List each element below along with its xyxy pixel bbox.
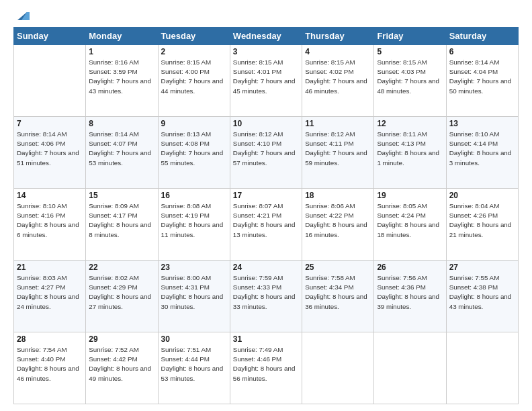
day-number: 12 [377,119,443,128]
day-number: 7 [17,119,83,128]
calendar-cell [14,45,86,117]
calendar-table: SundayMondayTuesdayWednesdayThursdayFrid… [13,27,519,404]
day-number: 23 [161,263,227,272]
logo [13,11,30,21]
calendar-cell: 20Sunrise: 8:04 AMSunset: 4:26 PMDayligh… [446,189,518,261]
logo-icon [15,9,30,21]
weekday-header-saturday: Saturday [446,28,518,45]
day-number: 20 [449,191,515,200]
day-number: 15 [89,191,154,200]
day-detail: Sunrise: 8:09 AMSunset: 4:17 PMDaylight:… [89,201,154,240]
calendar-cell: 14Sunrise: 8:10 AMSunset: 4:16 PMDayligh… [14,189,86,261]
day-detail: Sunrise: 7:49 AMSunset: 4:46 PMDaylight:… [233,345,299,383]
day-detail: Sunrise: 8:15 AMSunset: 4:00 PMDaylight:… [161,58,227,96]
day-number: 14 [17,191,83,200]
day-detail: Sunrise: 7:56 AMSunset: 4:36 PMDaylight:… [377,273,443,312]
day-number: 28 [17,334,83,344]
day-number: 4 [305,47,371,56]
week-row-3: 21Sunrise: 8:03 AMSunset: 4:27 PMDayligh… [14,261,519,332]
day-detail: Sunrise: 8:04 AMSunset: 4:26 PMDaylight:… [449,201,515,240]
header [13,11,519,21]
day-number: 25 [305,263,371,272]
day-number: 18 [305,191,371,200]
day-number: 6 [449,47,515,56]
day-detail: Sunrise: 8:12 AMSunset: 4:10 PMDaylight:… [233,130,299,168]
day-number: 3 [233,47,299,56]
day-number: 8 [89,119,154,128]
day-detail: Sunrise: 8:00 AMSunset: 4:31 PMDaylight:… [161,273,227,312]
day-detail: Sunrise: 8:15 AMSunset: 4:02 PMDaylight:… [305,58,371,96]
day-detail: Sunrise: 8:12 AMSunset: 4:11 PMDaylight:… [305,130,371,168]
calendar-cell: 28Sunrise: 7:54 AMSunset: 4:40 PMDayligh… [14,332,86,404]
calendar-cell: 8Sunrise: 8:14 AMSunset: 4:07 PMDaylight… [86,117,158,189]
calendar-cell [302,332,374,404]
week-row-0: 1Sunrise: 8:16 AMSunset: 3:59 PMDaylight… [14,45,519,117]
day-number: 26 [377,263,443,272]
day-detail: Sunrise: 8:16 AMSunset: 3:59 PMDaylight:… [89,58,154,96]
calendar-cell: 13Sunrise: 8:10 AMSunset: 4:14 PMDayligh… [446,117,518,189]
calendar-cell: 5Sunrise: 8:15 AMSunset: 4:03 PMDaylight… [374,45,446,117]
day-number: 1 [89,47,154,56]
calendar-cell: 26Sunrise: 7:56 AMSunset: 4:36 PMDayligh… [374,261,446,332]
day-detail: Sunrise: 8:02 AMSunset: 4:29 PMDaylight:… [89,273,154,312]
day-detail: Sunrise: 8:06 AMSunset: 4:22 PMDaylight:… [305,201,371,240]
calendar-cell: 27Sunrise: 7:55 AMSunset: 4:38 PMDayligh… [446,261,518,332]
weekday-header-row: SundayMondayTuesdayWednesdayThursdayFrid… [14,28,519,45]
day-detail: Sunrise: 8:10 AMSunset: 4:14 PMDaylight:… [449,130,515,168]
day-detail: Sunrise: 8:11 AMSunset: 4:13 PMDaylight:… [377,130,443,168]
day-detail: Sunrise: 7:59 AMSunset: 4:33 PMDaylight:… [233,273,299,312]
week-row-2: 14Sunrise: 8:10 AMSunset: 4:16 PMDayligh… [14,189,519,261]
weekday-header-thursday: Thursday [302,28,374,45]
day-number: 16 [161,191,227,200]
calendar-cell: 24Sunrise: 7:59 AMSunset: 4:33 PMDayligh… [230,261,302,332]
weekday-header-tuesday: Tuesday [158,28,230,45]
day-number: 2 [161,47,227,56]
day-detail: Sunrise: 8:15 AMSunset: 4:03 PMDaylight:… [377,58,443,96]
calendar-cell: 16Sunrise: 8:08 AMSunset: 4:19 PMDayligh… [158,189,230,261]
day-number: 21 [17,263,83,272]
calendar-cell: 19Sunrise: 8:05 AMSunset: 4:24 PMDayligh… [374,189,446,261]
day-number: 31 [233,334,299,344]
calendar-cell: 29Sunrise: 7:52 AMSunset: 4:42 PMDayligh… [86,332,158,404]
day-detail: Sunrise: 8:08 AMSunset: 4:19 PMDaylight:… [161,201,227,240]
day-detail: Sunrise: 7:55 AMSunset: 4:38 PMDaylight:… [449,273,515,312]
day-number: 5 [377,47,443,56]
calendar-cell: 2Sunrise: 8:15 AMSunset: 4:00 PMDaylight… [158,45,230,117]
calendar-cell: 31Sunrise: 7:49 AMSunset: 4:46 PMDayligh… [230,332,302,404]
day-detail: Sunrise: 8:07 AMSunset: 4:21 PMDaylight:… [233,201,299,240]
calendar-cell: 30Sunrise: 7:51 AMSunset: 4:44 PMDayligh… [158,332,230,404]
day-number: 22 [89,263,154,272]
week-row-1: 7Sunrise: 8:14 AMSunset: 4:06 PMDaylight… [14,117,519,189]
day-number: 17 [233,191,299,200]
day-number: 24 [233,263,299,272]
day-detail: Sunrise: 8:13 AMSunset: 4:08 PMDaylight:… [161,130,227,168]
calendar-cell: 3Sunrise: 8:15 AMSunset: 4:01 PMDaylight… [230,45,302,117]
calendar-cell: 4Sunrise: 8:15 AMSunset: 4:02 PMDaylight… [302,45,374,117]
calendar-cell: 12Sunrise: 8:11 AMSunset: 4:13 PMDayligh… [374,117,446,189]
day-detail: Sunrise: 8:15 AMSunset: 4:01 PMDaylight:… [233,58,299,96]
calendar-cell: 11Sunrise: 8:12 AMSunset: 4:11 PMDayligh… [302,117,374,189]
day-number: 29 [89,334,154,344]
calendar-cell: 9Sunrise: 8:13 AMSunset: 4:08 PMDaylight… [158,117,230,189]
calendar-cell: 23Sunrise: 8:00 AMSunset: 4:31 PMDayligh… [158,261,230,332]
day-number: 27 [449,263,515,272]
day-detail: Sunrise: 8:05 AMSunset: 4:24 PMDaylight:… [377,201,443,240]
weekday-header-sunday: Sunday [14,28,86,45]
day-detail: Sunrise: 8:14 AMSunset: 4:04 PMDaylight:… [449,58,515,96]
calendar-cell: 18Sunrise: 8:06 AMSunset: 4:22 PMDayligh… [302,189,374,261]
weekday-header-monday: Monday [86,28,158,45]
calendar-cell: 25Sunrise: 7:58 AMSunset: 4:34 PMDayligh… [302,261,374,332]
day-number: 10 [233,119,299,128]
weekday-header-wednesday: Wednesday [230,28,302,45]
calendar-cell: 17Sunrise: 8:07 AMSunset: 4:21 PMDayligh… [230,189,302,261]
calendar-cell: 22Sunrise: 8:02 AMSunset: 4:29 PMDayligh… [86,261,158,332]
day-detail: Sunrise: 7:58 AMSunset: 4:34 PMDaylight:… [305,273,371,312]
calendar-cell [446,332,518,404]
day-detail: Sunrise: 7:52 AMSunset: 4:42 PMDaylight:… [89,345,154,383]
day-number: 19 [377,191,443,200]
calendar-cell: 1Sunrise: 8:16 AMSunset: 3:59 PMDaylight… [86,45,158,117]
calendar-cell [374,332,446,404]
week-row-4: 28Sunrise: 7:54 AMSunset: 4:40 PMDayligh… [14,332,519,404]
day-detail: Sunrise: 7:51 AMSunset: 4:44 PMDaylight:… [161,345,227,383]
day-number: 30 [161,334,227,344]
